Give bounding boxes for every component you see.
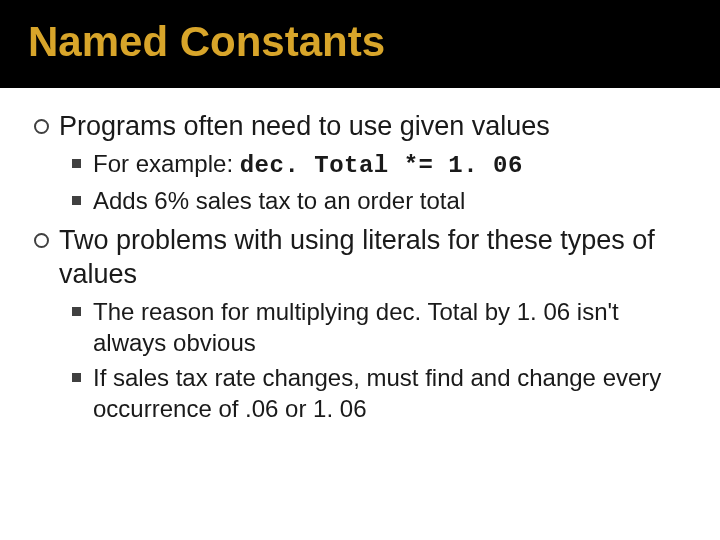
bullet-text: Programs often need to use given values [59,110,550,144]
bullet-text: Two problems with using literals for the… [59,224,686,292]
slide-title: Named Constants [28,18,692,66]
bullet-prefix: For example: [93,150,240,177]
square-bullet-icon [72,159,81,168]
slide-content: Programs often need to use given values … [0,88,720,446]
bullet-text: If sales tax rate changes, must find and… [93,362,686,424]
bullet-text: For example: dec. Total *= 1. 06 [93,148,523,181]
bullet-text: Adds 6% sales tax to an order total [93,185,465,216]
bullet-item: The reason for multiplying dec. Total by… [72,296,686,358]
bullet-item: Adds 6% sales tax to an order total [72,185,686,216]
bullet-item: If sales tax rate changes, must find and… [72,362,686,424]
square-bullet-icon [72,373,81,382]
square-bullet-icon [72,307,81,316]
title-bar: Named Constants [0,0,720,88]
bullet-item: For example: dec. Total *= 1. 06 [72,148,686,181]
square-bullet-icon [72,196,81,205]
code-snippet: dec. Total *= 1. 06 [240,152,523,179]
circle-bullet-icon [34,119,49,134]
bullet-item: Two problems with using literals for the… [34,224,686,292]
bullet-text: The reason for multiplying dec. Total by… [93,296,686,358]
bullet-item: Programs often need to use given values [34,110,686,144]
circle-bullet-icon [34,233,49,248]
